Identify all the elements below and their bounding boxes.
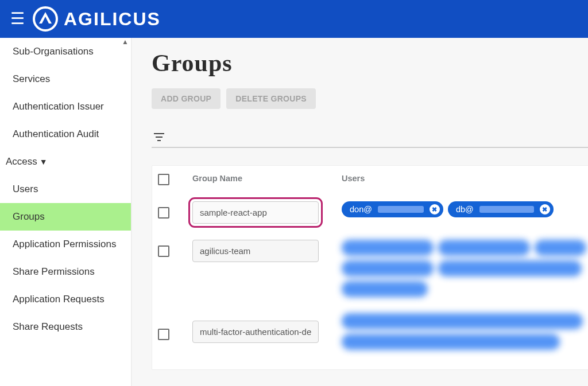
table-row: don@ ✖ db@ ✖ [152, 193, 588, 232]
brand-logo-icon [33, 6, 58, 32]
redacted-chip [342, 281, 428, 297]
group-name-input[interactable] [192, 240, 319, 262]
col-users: Users [342, 174, 588, 183]
chip-masked [378, 206, 424, 213]
add-group-button[interactable]: ADD GROUP [152, 88, 220, 109]
row-checkbox[interactable] [158, 329, 169, 340]
table-row [152, 305, 588, 358]
sidebar-item-groups[interactable]: Groups [0, 203, 131, 231]
scroll-up-icon[interactable]: ▲ [122, 38, 129, 46]
row-checkbox[interactable] [158, 207, 169, 219]
brand-text: AGILICUS [64, 9, 161, 30]
sidebar-item-sub-organisations[interactable]: Sub-Organisations [0, 38, 131, 65]
chevron-down-icon: ▼ [40, 157, 48, 166]
sidebar-item-application-permissions[interactable]: Application Permissions [0, 231, 131, 258]
table-header: Group Name Users [152, 166, 588, 193]
toolbar: ADD GROUP DELETE GROUPS [152, 88, 588, 109]
select-all-checkbox[interactable] [158, 174, 169, 185]
chip-remove-icon[interactable]: ✖ [540, 204, 550, 215]
redacted-chip [342, 334, 560, 350]
chip-prefix: don@ [350, 205, 372, 214]
sidebar-item-share-permissions[interactable]: Share Permissions [0, 258, 131, 286]
chip-masked [479, 206, 534, 213]
app-header: ☰ AGILICUS [0, 0, 588, 38]
filter-icon[interactable] [152, 133, 164, 143]
page-title: Groups [152, 49, 588, 77]
chip-remove-icon[interactable]: ✖ [430, 204, 440, 215]
redacted-chip [438, 240, 530, 256]
redacted-chip [535, 240, 586, 256]
sidebar-item-services[interactable]: Services [0, 65, 131, 93]
col-group-name: Group Name [192, 174, 342, 183]
sidebar-item-share-requests[interactable]: Share Requests [0, 313, 131, 341]
sidebar-section-label: Access [6, 156, 37, 167]
sidebar-item-users[interactable]: Users [0, 176, 131, 203]
redacted-chip [438, 260, 582, 276]
chip-prefix: db@ [456, 205, 474, 214]
user-chip[interactable]: db@ ✖ [448, 201, 554, 217]
user-chip[interactable]: don@ ✖ [342, 201, 443, 217]
users-cell [342, 240, 588, 297]
sidebar-item-authentication-issuer[interactable]: Authentication Issuer [0, 93, 131, 120]
users-cell [342, 313, 588, 350]
sidebar-section-access[interactable]: Access ▼ [0, 148, 131, 176]
redacted-chip [342, 313, 583, 329]
filter-row [152, 132, 588, 148]
users-cell: don@ ✖ db@ ✖ [342, 201, 588, 217]
redacted-chip [342, 240, 434, 256]
brand-logo[interactable]: AGILICUS [33, 6, 161, 32]
sidebar: ▲ Sub-Organisations Services Authenticat… [0, 38, 132, 386]
group-name-input[interactable] [192, 201, 319, 224]
delete-groups-button[interactable]: DELETE GROUPS [226, 88, 316, 109]
row-checkbox[interactable] [158, 245, 169, 257]
main-content: Groups ADD GROUP DELETE GROUPS Group Nam… [132, 38, 588, 386]
redacted-chip [342, 260, 434, 276]
groups-table: Group Name Users don@ ✖ db@ ✖ [152, 165, 588, 370]
table-row [152, 232, 588, 305]
sidebar-item-authentication-audit[interactable]: Authentication Audit [0, 120, 131, 148]
sidebar-item-application-requests[interactable]: Application Requests [0, 286, 131, 313]
group-name-input[interactable] [192, 321, 319, 343]
menu-icon[interactable]: ☰ [10, 11, 25, 27]
